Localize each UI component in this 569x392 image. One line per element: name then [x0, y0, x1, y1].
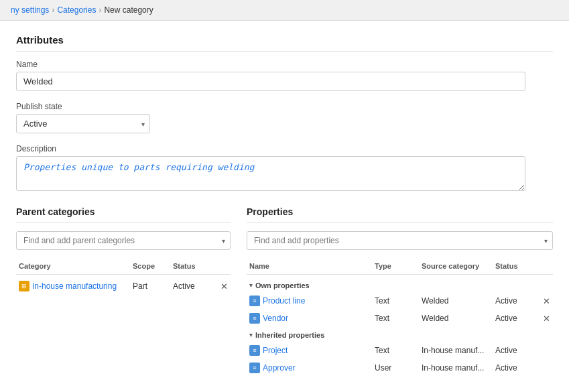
property-status-cell-approver: Active — [493, 362, 540, 374]
parent-categories-col-actions — [217, 261, 231, 271]
attributes-section-title: Attributes — [16, 34, 553, 52]
property-source-cell-product-line: Welded — [419, 295, 493, 307]
name-input[interactable] — [16, 72, 525, 91]
publish-state-label: Publish state — [16, 102, 553, 111]
property-type-cell-approver: User — [372, 362, 419, 374]
property-source-cell-vendor: Welded — [419, 312, 493, 324]
properties-col-actions — [540, 261, 553, 271]
description-input[interactable]: Properties unique to parts requiring wel… — [16, 156, 525, 191]
inherited-property-row-approver: ≡ Approver User In-house manuf... Active — [247, 359, 553, 377]
properties-col-type: Type — [372, 261, 419, 271]
parent-categories-search-input[interactable] — [16, 231, 231, 250]
parent-category-status-cell: Active — [170, 280, 217, 292]
parent-category-scope-cell: Part — [130, 280, 170, 292]
property-status-cell-vendor: Active — [493, 312, 540, 324]
own-properties-subheader: ▾ Own properties — [247, 277, 553, 292]
name-field-group: Name — [16, 60, 553, 91]
parent-category-remove-button[interactable]: ✕ — [217, 280, 231, 293]
breadcrumb-item-current: New category — [104, 5, 153, 15]
property-name-cell-project: ≡ Project — [247, 344, 372, 357]
publish-state-select[interactable]: Active Inactive — [16, 114, 150, 133]
inherited-properties-chevron-icon: ▾ — [249, 332, 253, 338]
property-name-link-vendor[interactable]: Vendor — [263, 314, 288, 323]
property-name-cell-approver: ≡ Approver — [247, 361, 372, 375]
property-icon-project: ≡ — [249, 345, 260, 356]
properties-col-status: Status — [493, 261, 540, 271]
own-properties-chevron-icon: ▾ — [249, 282, 253, 289]
parent-categories-panel: Parent categories ▾ Category Scope Statu… — [16, 206, 231, 377]
property-name-cell-vendor: ≡ Vendor — [247, 312, 372, 325]
parent-categories-col-category: Category — [16, 261, 130, 271]
properties-title: Properties — [247, 206, 553, 223]
two-col-layout: Parent categories ▾ Category Scope Statu… — [16, 206, 553, 377]
parent-categories-col-status: Status — [170, 261, 217, 271]
inherited-property-row-project: ≡ Project Text In-house manuf... Active — [247, 342, 553, 359]
breadcrumb-sep-2: › — [99, 5, 101, 15]
property-icon-vendor: ≡ — [249, 313, 260, 324]
publish-state-select-wrapper: Active Inactive ▾ — [16, 114, 150, 133]
inherited-property-actions-approver — [540, 367, 553, 369]
property-type-cell-product-line: Text — [372, 295, 419, 307]
breadcrumb-item-settings[interactable]: ny settings — [11, 5, 49, 15]
property-status-cell-project: Active — [493, 344, 540, 356]
property-source-cell-approver: In-house manuf... — [419, 362, 493, 374]
own-property-row-product-line: ≡ Product line Text Welded Active ✕ — [247, 292, 553, 310]
publish-state-field-group: Publish state Active Inactive ▾ — [16, 102, 553, 133]
properties-col-source: Source category — [419, 261, 493, 271]
parent-categories-table-header: Category Scope Status — [16, 258, 231, 275]
inherited-properties-subheader: ▾ Inherited properties — [247, 327, 553, 342]
property-icon-approver: ≡ — [249, 363, 260, 373]
properties-search-input[interactable] — [247, 231, 553, 250]
breadcrumb-sep-1: › — [52, 5, 54, 15]
properties-search-wrapper: ▾ — [247, 231, 553, 250]
own-property-remove-button-vendor[interactable]: ✕ — [540, 312, 553, 325]
name-label: Name — [16, 60, 553, 69]
properties-col-name: Name — [247, 261, 372, 271]
own-properties-label: Own properties — [255, 281, 310, 289]
properties-panel: Properties ▾ Name Type Source category S… — [247, 206, 553, 377]
property-source-cell-project: In-house manuf... — [419, 344, 493, 356]
property-name-link-approver[interactable]: Approver — [263, 363, 296, 373]
breadcrumb-item-categories[interactable]: Categories — [57, 5, 96, 15]
category-icon: ⊞ — [19, 281, 29, 291]
property-icon-product-line: ≡ — [249, 296, 260, 306]
property-type-cell-vendor: Text — [372, 312, 419, 324]
parent-categories-title: Parent categories — [16, 206, 231, 223]
own-property-remove-button-product-line[interactable]: ✕ — [540, 295, 553, 308]
property-name-link-project[interactable]: Project — [263, 346, 288, 355]
parent-category-name-cell: ⊞ In-house manufacturing — [16, 279, 130, 293]
property-type-cell-project: Text — [372, 344, 419, 356]
property-name-link-product-line[interactable]: Product line — [263, 296, 305, 306]
own-property-row-vendor: ≡ Vendor Text Welded Active ✕ — [247, 310, 553, 327]
breadcrumb: ny settings › Categories › New category — [0, 0, 569, 21]
parent-categories-col-scope: Scope — [130, 261, 170, 271]
parent-category-row: ⊞ In-house manufacturing Part Active ✕ — [16, 277, 231, 295]
inherited-properties-label: Inherited properties — [255, 331, 324, 339]
property-status-cell-product-line: Active — [493, 295, 540, 307]
description-field-group: Description Properties unique to parts r… — [16, 144, 553, 193]
description-label: Description — [16, 144, 553, 153]
parent-categories-search-wrapper: ▾ — [16, 231, 231, 250]
property-name-cell-product-line: ≡ Product line — [247, 294, 372, 308]
properties-table-header: Name Type Source category Status — [247, 258, 553, 275]
inherited-property-actions-project — [540, 349, 553, 352]
parent-category-name-link[interactable]: In-house manufacturing — [32, 281, 117, 291]
